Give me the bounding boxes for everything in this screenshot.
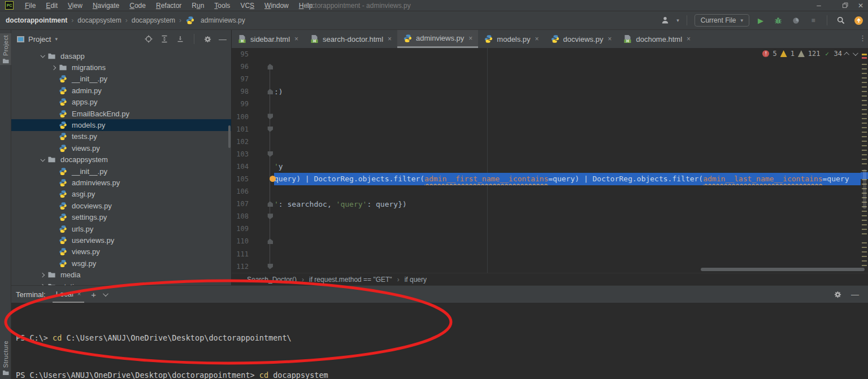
close-icon[interactable]: × — [77, 290, 81, 297]
update-notification-button[interactable] — [852, 14, 865, 27]
tab-adminviews-py[interactable]: adminviews.py× — [397, 30, 478, 48]
menu-edit[interactable]: Edit — [41, 1, 63, 11]
menu-vcs[interactable]: VCS — [235, 1, 259, 11]
fold-marker[interactable] — [267, 214, 273, 219]
user-account-button[interactable] — [659, 14, 671, 27]
tree-item[interactable]: settings.py — [11, 211, 231, 223]
selected-code-line[interactable]: 105 query) | DoctorReg.objects.filter(ad… — [232, 173, 868, 185]
fold-marker[interactable] — [267, 238, 273, 244]
tree-item[interactable]: docappsystem — [11, 154, 231, 165]
horizontal-scrollbar[interactable] — [701, 268, 865, 271]
tree-item[interactable]: __init__.py — [11, 73, 231, 85]
breadcrumb[interactable]: doctorappointment — [6, 16, 67, 24]
terminal-output[interactable]: PS C:\> cd C:\Users\ANUJ\OneDrive\Deskto… — [11, 303, 868, 379]
new-session-button[interactable]: + — [91, 290, 96, 299]
breadcrumb-file[interactable]: adminviews.py — [185, 16, 245, 25]
expand-all-button[interactable] — [160, 34, 169, 43]
tree-item[interactable]: __init__.py — [11, 165, 231, 177]
tree-item[interactable]: adminviews.py — [11, 177, 231, 188]
breadcrumb[interactable]: if request.method == "GET" — [309, 276, 392, 284]
chevron-right-icon[interactable] — [40, 272, 45, 277]
tab-dochome-html[interactable]: dochome.html× — [617, 30, 696, 48]
search-everywhere-button[interactable] — [835, 14, 847, 27]
tab-search-doctor-html[interactable]: search-doctor.html× — [304, 30, 397, 48]
tab-models-py[interactable]: models.py× — [478, 30, 544, 48]
settings-gear-icon[interactable] — [203, 35, 212, 43]
breadcrumb[interactable]: docappsystem — [77, 16, 121, 24]
chevron-right-icon[interactable] — [51, 65, 56, 69]
tree-item[interactable]: userviews.py — [11, 234, 231, 246]
tree-item[interactable]: asgi.py — [11, 189, 231, 200]
tree-item[interactable]: static — [11, 281, 231, 285]
menu-file[interactable]: File — [20, 1, 41, 11]
tree-item[interactable]: apps.py — [11, 97, 231, 108]
breadcrumb[interactable]: if query — [405, 276, 427, 284]
minimize-button[interactable] — [806, 0, 832, 11]
editor-scrollbar[interactable] — [863, 169, 866, 209]
fold-marker[interactable] — [267, 114, 273, 119]
sidebar-item-structure[interactable]: Structure — [0, 339, 11, 377]
close-icon[interactable]: × — [535, 35, 539, 43]
close-icon[interactable]: × — [388, 35, 392, 43]
settings-gear-icon[interactable] — [834, 290, 842, 299]
tree-item[interactable]: media — [11, 269, 231, 280]
menu-navigate[interactable]: Navigate — [88, 1, 124, 11]
menu-view[interactable]: View — [63, 1, 88, 11]
tree-item[interactable]: dasapp — [11, 50, 231, 62]
breadcrumb-separator: › — [71, 16, 73, 24]
python-file-icon — [59, 110, 67, 118]
tree-item[interactable]: admin.py — [11, 85, 231, 96]
menu-run[interactable]: Run — [186, 1, 209, 11]
tab-sidebar-html[interactable]: sidebar.html× — [232, 30, 304, 48]
fold-marker[interactable] — [267, 264, 273, 269]
breadcrumb[interactable]: Search_Doctor() — [247, 276, 297, 284]
inspections-widget[interactable]: !5 1 121 ✓34 — [762, 50, 857, 58]
run-button[interactable]: ▶ — [754, 14, 767, 27]
locate-file-button[interactable] — [144, 34, 153, 43]
fold-marker[interactable] — [267, 127, 273, 132]
hide-panel-button[interactable]: — — [219, 34, 227, 43]
tree-item[interactable]: wsgi.py — [11, 258, 231, 269]
breadcrumb[interactable]: docappsystem — [132, 16, 175, 24]
chevron-down-icon[interactable] — [40, 53, 45, 58]
tree-item[interactable]: docviews.py — [11, 200, 231, 211]
menu-window[interactable]: Window — [259, 1, 294, 11]
close-icon[interactable]: × — [687, 35, 691, 43]
debug-button[interactable] — [772, 14, 784, 27]
tree-item[interactable]: urls.py — [11, 223, 231, 234]
run-configuration-select[interactable]: Current File ▾ — [695, 14, 749, 27]
tree-item[interactable]: EmailBackEnd.py — [11, 108, 231, 119]
terminal-tab-local[interactable]: Local × — [53, 286, 85, 303]
previous-issue-button[interactable] — [844, 51, 849, 57]
tree-item[interactable]: migrations — [11, 62, 231, 73]
restore-button[interactable] — [832, 0, 858, 11]
collapse-all-button[interactable] — [176, 34, 185, 43]
error-stripe[interactable] — [861, 48, 868, 273]
close-icon[interactable]: × — [294, 35, 298, 43]
chevron-down-icon[interactable] — [40, 157, 45, 162]
menu-refactor[interactable]: Refactor — [151, 1, 186, 11]
chevron-right-icon[interactable] — [40, 284, 45, 285]
menu-code[interactable]: Code — [124, 1, 151, 11]
menu-tools[interactable]: Tools — [209, 1, 235, 11]
coverage-button[interactable] — [789, 14, 802, 27]
sidebar-item-project[interactable]: Project — [0, 33, 11, 65]
close-icon[interactable]: × — [607, 35, 611, 43]
chevron-down-icon[interactable] — [103, 291, 108, 297]
more-tabs-icon[interactable]: ⋮ — [859, 34, 866, 42]
fold-marker[interactable] — [267, 64, 273, 69]
tree-item[interactable]: views.py — [11, 142, 231, 154]
tree-item[interactable]: views.py — [11, 246, 231, 258]
close-button[interactable]: ✕ — [858, 0, 868, 11]
hide-panel-button[interactable]: — — [851, 290, 859, 299]
project-view-selector[interactable]: Project ▾ — [17, 35, 58, 43]
tab-docviews-py[interactable]: docviews.py× — [545, 30, 618, 48]
stop-button[interactable]: ■ — [807, 14, 819, 27]
tree-item-selected[interactable]: models.py — [11, 119, 231, 130]
intention-bulb-dot[interactable] — [270, 176, 276, 182]
tree-item[interactable]: tests.py — [11, 131, 231, 142]
fold-marker[interactable] — [267, 151, 273, 157]
close-icon[interactable]: × — [468, 34, 472, 42]
project-scrollbar[interactable] — [228, 125, 231, 148]
code-editor[interactable]: 95 96 97 98:) 99 100 101 102 103 104'y 1… — [232, 48, 868, 273]
